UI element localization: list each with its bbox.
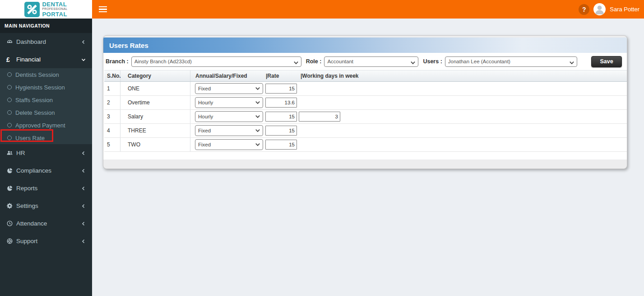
panel-body: Branch : Ainsty Branch (Ad233cd) Role : … [103, 53, 627, 160]
table-row: 1 ONE Fixed [104, 82, 627, 96]
users-rates-panel: Users Rates Branch : Ainsty Branch (Ad23… [103, 35, 627, 169]
sidebar-subitem-hygienists-session[interactable]: Hygienists Session [0, 81, 92, 94]
header-type: Annual/Salary/Fixed [190, 73, 264, 79]
circle-icon [7, 110, 12, 115]
role-label: Role : [306, 58, 322, 65]
sidebar-item-financial[interactable]: £ Financial [0, 51, 92, 68]
clock-icon [6, 220, 16, 227]
users-select[interactable]: Jonathan Lee (Accountant) [445, 56, 577, 67]
cell-category: THREE [120, 124, 190, 137]
table-row: 5 TWO Fixed [104, 138, 627, 152]
header-rate: |Rate [264, 73, 298, 79]
chevron-left-icon [81, 186, 86, 191]
rates-table: S.No. Category Annual/Salary/Fixed |Rate… [104, 70, 627, 152]
table-header-row: S.No. Category Annual/Salary/Fixed |Rate… [104, 70, 627, 82]
chevron-left-icon [81, 239, 86, 244]
type-select[interactable]: Fixed [195, 139, 263, 150]
pound-icon: £ [6, 56, 16, 63]
users-label: Users : [423, 58, 442, 65]
sidebar-item-label: Compliances [16, 167, 51, 174]
branch-label: Branch : [106, 58, 129, 65]
sidebar-subitem-users-rate[interactable]: Users Rate [0, 132, 92, 144]
filter-bar: Branch : Ainsty Branch (Ad233cd) Role : … [103, 53, 627, 70]
sidebar-item-support[interactable]: Support [0, 232, 92, 250]
chevron-left-icon [81, 204, 86, 208]
user-name[interactable]: Sara Potter [610, 6, 639, 13]
rate-input[interactable] [265, 84, 297, 94]
life-ring-icon [6, 238, 16, 244]
sidebar-item-label: Financial [16, 56, 41, 63]
circle-icon [7, 136, 12, 140]
help-icon[interactable]: ? [579, 4, 589, 15]
sidebar-subitem-delete-session[interactable]: Delete Session [0, 106, 92, 119]
sidebar: DENTAL PROFESSIONAL PORTAL MAIN NAVIGATI… [0, 0, 92, 296]
panel-footer [103, 160, 627, 169]
branch-select[interactable]: Ainsty Branch (Ad233cd) [131, 56, 301, 67]
cell-sno: 1 [104, 82, 120, 95]
role-select[interactable]: Accountant [324, 56, 418, 67]
header-working-days: |Working days in week [298, 73, 411, 79]
table-row: 2 Overtime Hourly [104, 96, 627, 110]
pie-chart-icon [6, 167, 16, 174]
type-select[interactable]: Hourly [195, 97, 263, 108]
header-sno: S.No. [104, 70, 120, 81]
sidebar-item-reports[interactable]: Reports [0, 179, 92, 197]
sidebar-item-attendance[interactable]: Attendance [0, 215, 92, 232]
users-icon [6, 150, 16, 156]
table-row: 4 THREE Fixed [104, 124, 627, 138]
rate-input[interactable] [265, 140, 297, 150]
chevron-left-icon [81, 151, 86, 155]
type-select[interactable]: Hourly [195, 111, 263, 122]
sidebar-item-hr[interactable]: HR [0, 144, 92, 162]
type-select[interactable]: Fixed [195, 125, 263, 136]
sidebar-subitem-dentists-session[interactable]: Dentists Session [0, 68, 92, 81]
pie-chart-icon [6, 185, 16, 192]
chevron-left-icon [81, 40, 86, 44]
sidebar-item-label: Attendance [16, 220, 47, 227]
header-category: Category [120, 70, 190, 81]
sidebar-item-compliances[interactable]: Compliances [0, 162, 92, 179]
app-logo[interactable]: DENTAL PROFESSIONAL PORTAL [0, 0, 92, 19]
sidebar-item-dashboard[interactable]: Dashboard [0, 33, 92, 51]
hamburger-menu-icon[interactable] [99, 3, 114, 16]
main-content: Users Rates Branch : Ainsty Branch (Ad23… [92, 19, 644, 296]
table-row: 3 Salary Hourly [104, 110, 627, 124]
subitem-label: Users Rate [15, 135, 45, 141]
chevron-left-icon [81, 169, 86, 173]
circle-icon [7, 85, 12, 89]
circle-icon [7, 98, 12, 102]
subitem-label: Staffs Session [15, 97, 53, 103]
cell-category: Overtime [120, 96, 190, 109]
sidebar-item-label: Settings [16, 202, 38, 209]
app-window: DENTAL PROFESSIONAL PORTAL MAIN NAVIGATI… [0, 0, 644, 296]
sidebar-item-label: Support [16, 238, 37, 244]
rate-input[interactable] [265, 98, 297, 108]
gear-icon [6, 202, 16, 209]
sidebar-item-settings[interactable]: Settings [0, 197, 92, 215]
cell-sno: 4 [104, 124, 120, 137]
gauge-icon [6, 38, 16, 45]
circle-icon [7, 123, 12, 127]
save-button[interactable]: Save [591, 56, 622, 67]
subitem-label: Approved Payment [15, 122, 65, 129]
chevron-down-icon [81, 57, 86, 62]
panel-title: Users Rates [103, 38, 627, 53]
cell-sno: 3 [104, 110, 120, 123]
cell-category: Salary [120, 110, 190, 123]
circle-icon [7, 72, 12, 77]
cell-category: ONE [120, 82, 190, 95]
subitem-label: Delete Session [15, 109, 55, 116]
sidebar-item-label: Reports [16, 185, 37, 192]
sidebar-subitem-approved-payment[interactable]: Approved Payment [0, 119, 92, 132]
sidebar-subitem-staffs-session[interactable]: Staffs Session [0, 94, 92, 106]
cell-category: TWO [120, 138, 190, 151]
topbar: ? Sara Potter [92, 0, 644, 19]
rate-input[interactable] [265, 126, 297, 136]
rate-input[interactable] [265, 112, 297, 122]
cell-sno: 2 [104, 96, 120, 109]
user-avatar[interactable] [593, 3, 606, 15]
brand-wordmark: DENTAL PROFESSIONAL PORTAL [42, 1, 67, 17]
working-days-input[interactable] [299, 112, 340, 122]
sidebar-item-label: HR [16, 150, 25, 156]
type-select[interactable]: Fixed [195, 83, 263, 94]
